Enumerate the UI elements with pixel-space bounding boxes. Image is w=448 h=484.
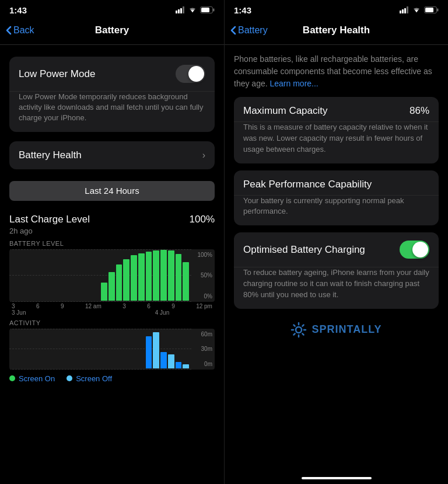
status-bar-right: 1:43 bbox=[225, 0, 448, 19]
act-y-30: 30m bbox=[201, 346, 212, 352]
battery-y-100: 100% bbox=[197, 252, 212, 258]
optimised-desc: To reduce battery ageing, iPhone learns … bbox=[234, 267, 439, 309]
nav-title-left: Battery bbox=[95, 25, 130, 36]
battery-y-labels: 100% 50% 0% bbox=[194, 249, 215, 302]
optimised-toggle[interactable] bbox=[400, 241, 429, 259]
legend-label-on: Screen On bbox=[19, 374, 55, 383]
bar-22 bbox=[168, 250, 174, 300]
svg-point-14 bbox=[296, 327, 302, 333]
logo-text: SPRINTALLY bbox=[312, 323, 382, 336]
bar-21 bbox=[160, 250, 167, 300]
optimised-charging-section: Optimised Battery Charging To reduce bat… bbox=[234, 232, 439, 309]
bar-17 bbox=[131, 255, 137, 300]
left-panel: 1:43 Back bbox=[0, 0, 224, 484]
toggle-knob bbox=[188, 66, 204, 82]
time-left: 1:43 bbox=[9, 5, 27, 15]
act-y-60: 60m bbox=[201, 331, 212, 337]
time-right: 1:43 bbox=[234, 5, 251, 15]
low-power-desc: Low Power Mode temporarily reduces backg… bbox=[9, 92, 215, 132]
act-bar-2 bbox=[153, 332, 159, 368]
max-capacity-title: Maximum Capacity bbox=[243, 105, 328, 117]
bar-16 bbox=[123, 259, 130, 300]
logo-gear-icon bbox=[290, 322, 307, 338]
time-selector-label: Last 24 Hours bbox=[85, 186, 139, 196]
bar-18 bbox=[138, 253, 145, 301]
svg-rect-13 bbox=[425, 8, 433, 12]
back-label-left: Back bbox=[13, 25, 34, 36]
battery-bars bbox=[9, 249, 191, 302]
low-power-mode-section: Low Power Mode Low Power Mode temporaril… bbox=[9, 57, 215, 132]
info-text-content: Phone batteries, like all rechargeable b… bbox=[234, 54, 432, 88]
bar-23 bbox=[176, 254, 182, 300]
legend-row: Screen On Screen Off bbox=[0, 370, 224, 383]
low-power-label: Low Power Mode bbox=[19, 68, 95, 80]
back-button-right[interactable]: Battery bbox=[230, 25, 268, 36]
peak-title: Peak Performance Capability bbox=[243, 179, 372, 190]
legend-screen-off: Screen Off bbox=[66, 374, 112, 383]
act-y-0: 0m bbox=[204, 361, 212, 367]
act-bar-3 bbox=[160, 352, 167, 368]
last-charge-header: Last Charge Level 2h ago 100% bbox=[9, 214, 215, 235]
last-charge-value: 100% bbox=[190, 214, 215, 225]
peak-performance-section: Peak Performance Capability Your battery… bbox=[234, 170, 439, 226]
time-selector[interactable]: Last 24 Hours bbox=[9, 181, 215, 201]
svg-rect-6 bbox=[201, 8, 209, 12]
nav-title-right: Battery Health bbox=[303, 25, 370, 36]
chevron-icon: › bbox=[202, 150, 205, 161]
bar-24 bbox=[183, 262, 189, 301]
bar-19 bbox=[146, 252, 152, 301]
act-bar-4 bbox=[168, 354, 174, 368]
logo-area: SPRINTALLY bbox=[234, 316, 439, 350]
svg-rect-5 bbox=[213, 9, 215, 12]
svg-rect-8 bbox=[402, 9, 404, 13]
legend-label-off: Screen Off bbox=[76, 374, 112, 383]
bar-20 bbox=[153, 250, 159, 300]
nav-bar-right: Battery Battery Health bbox=[225, 19, 448, 44]
battery-level-chart-section: BATTERY LEVEL bbox=[9, 240, 215, 316]
low-power-toggle[interactable] bbox=[176, 65, 205, 83]
peak-header: Peak Performance Capability bbox=[234, 170, 439, 195]
optimised-knob bbox=[412, 242, 428, 257]
right-content: Phone batteries, like all rechargeable b… bbox=[225, 45, 448, 475]
back-button-left[interactable]: Back bbox=[6, 25, 34, 36]
low-power-mode-row: Low Power Mode bbox=[9, 57, 215, 91]
bar-15 bbox=[116, 264, 123, 301]
right-panel: 1:43 Battery bbox=[224, 0, 448, 484]
status-bar-left: 1:43 bbox=[0, 0, 224, 19]
max-capacity-header: Maximum Capacity 86% bbox=[234, 97, 439, 121]
act-bar-1 bbox=[146, 336, 152, 368]
learn-more-link[interactable]: Learn more... bbox=[270, 79, 318, 88]
status-icons-left bbox=[176, 6, 215, 13]
battery-health-row[interactable]: Battery Health › bbox=[9, 141, 215, 169]
max-capacity-desc: This is a measure of battery capacity re… bbox=[234, 122, 439, 163]
legend-dot-off bbox=[66, 375, 72, 381]
svg-rect-10 bbox=[407, 6, 408, 13]
legend-dot-on bbox=[9, 375, 15, 381]
last-charge-title: Last Charge Level bbox=[9, 214, 90, 225]
wifi-icon-left bbox=[188, 6, 197, 13]
max-capacity-value: 86% bbox=[410, 105, 429, 117]
spacer-1 bbox=[0, 45, 224, 52]
battery-health-section[interactable]: Battery Health › bbox=[9, 141, 215, 169]
back-chevron-right bbox=[230, 26, 236, 35]
back-chevron-left bbox=[6, 26, 12, 35]
activity-y-labels: 60m 30m 0m bbox=[194, 329, 215, 370]
act-bar-6 bbox=[183, 364, 189, 368]
status-icons-right bbox=[400, 6, 439, 13]
battery-level-chart: 100% 50% 0% bbox=[9, 249, 215, 302]
activity-bars bbox=[9, 329, 191, 370]
svg-rect-1 bbox=[178, 9, 180, 13]
act-bar-5 bbox=[176, 362, 182, 368]
bar-14 bbox=[108, 272, 115, 300]
svg-rect-0 bbox=[176, 11, 177, 13]
activity-chart-section: ACTIVITY bbox=[9, 319, 215, 370]
max-capacity-section: Maximum Capacity 86% This is a measure o… bbox=[234, 97, 439, 163]
home-indicator bbox=[302, 477, 372, 479]
battery-icon-left bbox=[200, 6, 215, 13]
optimised-toggle-row: Optimised Battery Charging bbox=[234, 232, 439, 267]
battery-x-dates: 3 Jun 4 Jun bbox=[9, 309, 215, 316]
battery-level-label: BATTERY LEVEL bbox=[9, 240, 215, 247]
svg-rect-7 bbox=[400, 11, 401, 13]
svg-rect-3 bbox=[183, 6, 184, 13]
svg-rect-9 bbox=[404, 8, 406, 13]
